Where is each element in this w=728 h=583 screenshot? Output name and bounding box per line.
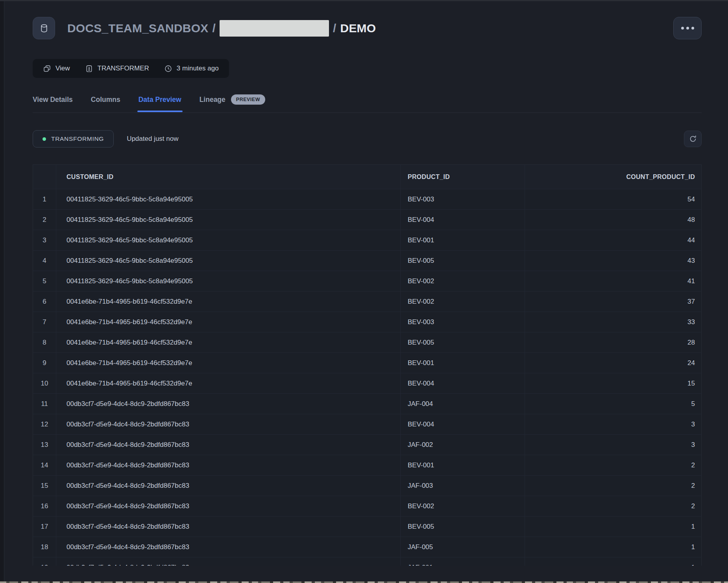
count-cell: 28 [525,332,701,352]
table-body: 1 00411825-3629-46c5-9bbc-5c8a94e95005 B… [33,189,701,566]
count-cell: 2 [525,476,701,496]
breadcrumb-separator: / [333,22,336,35]
data-preview-table: CUSTOMER_ID PRODUCT_ID COUNT_PRODUCT_ID … [33,164,702,566]
ellipsis-icon [691,27,694,30]
row-number-cell: 17 [33,517,56,537]
table-row: 9 0041e6be-71b4-4965-b619-46cf532d9e7e B… [33,352,701,373]
table-row: 1 00411825-3629-46c5-9bbc-5c8a94e95005 B… [33,189,701,209]
product-id-cell: BEV-003 [401,312,525,332]
product-id-cell: BEV-004 [401,210,525,230]
count-cell: 2 [525,455,701,475]
customer-id-cell: 00db3cf7-d5e9-4dc4-8dc9-2bdfd867bc83 [56,394,401,414]
entity-name: DEMO [340,22,376,35]
updated-timestamp: Updated just now [127,135,178,143]
customer-id-cell: 0041e6be-71b4-4965-b619-46cf532d9e7e [56,312,401,332]
table-row: 10 0041e6be-71b4-4965-b619-46cf532d9e7e … [33,373,701,393]
row-number-cell: 4 [33,251,56,271]
customer-id-cell: 0041e6be-71b4-4965-b619-46cf532d9e7e [56,292,401,312]
row-number-cell: 13 [33,435,56,455]
count-cell: 1 [525,557,701,566]
table-row: 13 00db3cf7-d5e9-4dc4-8dc9-2bdfd867bc83 … [33,434,701,455]
product-id-cell: JAF-002 [401,435,525,455]
row-number-cell: 18 [33,537,56,557]
layers-icon [43,65,51,73]
customer-id-cell: 00411825-3629-46c5-9bbc-5c8a94e95005 [56,230,401,250]
status-dot-icon [42,137,46,141]
row-number-cell: 12 [33,414,56,434]
customer-id-cell: 00411825-3629-46c5-9bbc-5c8a94e95005 [56,251,401,271]
tab-data-preview[interactable]: Data Preview [139,96,181,104]
breadcrumb-database: DOCS_TEAM_SANDBOX [67,22,208,35]
clock-icon [164,65,172,73]
row-number-cell: 10 [33,373,56,393]
page-header: DOCS_TEAM_SANDBOX / / DEMO [33,17,702,39]
count-cell: 3 [525,414,701,434]
count-cell: 1 [525,517,701,537]
entity-updated-label: 3 minutes ago [177,65,219,72]
product-id-cell: BEV-004 [401,414,525,434]
table-row: 19 00db3cf7-d5e9-4dc4-8dc9-2bdfd867bc83 … [33,557,701,566]
table-row: 16 00db3cf7-d5e9-4dc4-8dc9-2bdfd867bc83 … [33,496,701,516]
database-icon [39,23,49,33]
table-row: 5 00411825-3629-46c5-9bbc-5c8a94e95005 B… [33,271,701,291]
table-row: 15 00db3cf7-d5e9-4dc4-8dc9-2bdfd867bc83 … [33,475,701,496]
product-id-cell: JAF-005 [401,537,525,557]
more-actions-button[interactable] [673,17,702,39]
data-preview-table-viewport[interactable]: CUSTOMER_ID PRODUCT_ID COUNT_PRODUCT_ID … [33,164,702,566]
table-row: 4 00411825-3629-46c5-9bbc-5c8a94e95005 B… [33,250,701,271]
row-number-cell: 6 [33,292,56,312]
row-number-cell: 3 [33,230,56,250]
status-bar: TRANSFORMING Updated just now [33,130,702,148]
entity-role-label: TRANSFORMER [98,65,149,72]
status-badge: TRANSFORMING [33,130,114,148]
column-header-product-id: PRODUCT_ID [401,165,525,189]
product-id-cell: BEV-002 [401,271,525,291]
count-cell: 44 [525,230,701,250]
table-row: 14 00db3cf7-d5e9-4dc4-8dc9-2bdfd867bc83 … [33,455,701,475]
table-row: 17 00db3cf7-d5e9-4dc4-8dc9-2bdfd867bc83 … [33,516,701,537]
table-row: 7 0041e6be-71b4-4965-b619-46cf532d9e7e B… [33,312,701,332]
table-header-row: CUSTOMER_ID PRODUCT_ID COUNT_PRODUCT_ID [33,165,701,189]
product-id-cell: BEV-001 [401,353,525,373]
count-cell: 48 [525,210,701,230]
customer-id-cell: 00db3cf7-d5e9-4dc4-8dc9-2bdfd867bc83 [56,435,401,455]
row-number-cell: 16 [33,496,56,516]
ellipsis-icon [681,27,684,30]
entity-type-label: View [55,65,70,72]
tab-view-details[interactable]: View Details [33,96,73,104]
row-number-cell: 11 [33,394,56,414]
count-cell: 3 [525,435,701,455]
customer-id-cell: 00db3cf7-d5e9-4dc4-8dc9-2bdfd867bc83 [56,537,401,557]
row-number-cell: 9 [33,353,56,373]
table-row: 3 00411825-3629-46c5-9bbc-5c8a94e95005 B… [33,230,701,250]
row-number-cell: 19 [33,557,56,566]
refresh-button[interactable] [684,131,702,147]
product-id-cell: JAF-001 [401,557,525,566]
count-cell: 54 [525,189,701,209]
row-number-cell: 7 [33,312,56,332]
customer-id-cell: 0041e6be-71b4-4965-b619-46cf532d9e7e [56,332,401,352]
product-id-cell: BEV-002 [401,292,525,312]
table-row: 12 00db3cf7-d5e9-4dc4-8dc9-2bdfd867bc83 … [33,414,701,434]
entity-meta-badges: View TRANSFORMER 3 min [33,59,229,78]
entity-type-badge: View [43,65,70,73]
row-number-cell: 1 [33,189,56,209]
table-row: 8 0041e6be-71b4-4965-b619-46cf532d9e7e B… [33,332,701,352]
count-cell: 15 [525,373,701,393]
entity-detail-panel: DOCS_TEAM_SANDBOX / / DEMO [4,1,728,583]
count-cell: 41 [525,271,701,291]
customer-id-cell: 00db3cf7-d5e9-4dc4-8dc9-2bdfd867bc83 [56,517,401,537]
entity-updated-badge: 3 minutes ago [164,65,219,73]
count-cell: 1 [525,537,701,557]
table-row: 6 0041e6be-71b4-4965-b619-46cf532d9e7e B… [33,291,701,312]
tab-columns[interactable]: Columns [91,96,120,104]
tab-lineage[interactable]: Lineage [200,96,225,104]
customer-id-cell: 0041e6be-71b4-4965-b619-46cf532d9e7e [56,373,401,393]
product-id-cell: BEV-004 [401,373,525,393]
page-title: DOCS_TEAM_SANDBOX / / DEMO [67,20,376,37]
customer-id-cell: 00db3cf7-d5e9-4dc4-8dc9-2bdfd867bc83 [56,496,401,516]
ellipsis-icon [686,27,689,30]
count-cell: 37 [525,292,701,312]
count-cell: 24 [525,353,701,373]
customer-id-cell: 00db3cf7-d5e9-4dc4-8dc9-2bdfd867bc83 [56,476,401,496]
